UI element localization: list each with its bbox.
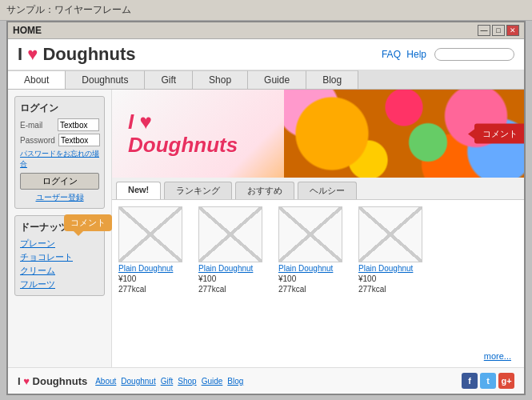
content-area: I ♥ Doughnuts コメント New! ランキング おすすめ ヘルシー <box>112 90 524 367</box>
nav-blog[interactable]: Blog <box>306 70 358 89</box>
product-name-3[interactable]: Plain Doughnut <box>278 264 350 273</box>
googleplus-icon[interactable]: g+ <box>498 373 514 389</box>
login-title: ログイン <box>20 102 99 115</box>
hero-line1: I ♥ <box>128 110 238 134</box>
hero-banner: I ♥ Doughnuts コメント <box>112 90 524 178</box>
product-card-1: Plain Doughnut ¥100 277kcal <box>118 206 190 294</box>
facebook-icon[interactable]: f <box>462 373 478 389</box>
email-field-row: E-mail <box>20 118 99 131</box>
footer-links: About Doughnut Gift Shop Guide Blog <box>95 377 454 386</box>
donut-link-plain[interactable]: プレーン <box>20 238 99 250</box>
sidebar: ログイン E-mail Password パスワードをお忘れの場合 ログイン ユ… <box>8 90 112 367</box>
minimize-button[interactable]: — <box>478 25 490 36</box>
header-links: FAQ Help <box>380 49 428 60</box>
footer-blog[interactable]: Blog <box>227 377 243 386</box>
title-bar: サンプル：ワイヤーフレーム <box>0 0 532 21</box>
window-controls: — □ ✕ <box>478 25 519 36</box>
product-card-3: Plain Doughnut ¥100 277kcal <box>278 206 350 294</box>
product-cal-4: 277kcal <box>358 285 430 294</box>
footer-logo: I ♥ Doughnuts <box>18 375 87 387</box>
browser-window: HOME — □ ✕ I ♥ Doughnuts FAQ Help <box>6 21 526 395</box>
donut-link-choco[interactable]: チョコレート <box>20 251 99 263</box>
search-input[interactable] <box>434 48 514 61</box>
tab-healthy[interactable]: ヘルシー <box>298 182 357 199</box>
comment-tag[interactable]: コメント <box>474 124 524 144</box>
window-title: サンプル：ワイヤーフレーム <box>6 4 131 15</box>
tab-new[interactable]: New! <box>116 182 161 199</box>
product-price-4: ¥100 <box>358 274 430 283</box>
password-field-row: Password <box>20 134 99 146</box>
products-area: Plain Doughnut ¥100 277kcal Plain Doughn… <box>112 200 524 367</box>
nav-guide[interactable]: Guide <box>248 70 306 89</box>
header-right: FAQ Help <box>380 48 514 61</box>
logo-heart: ♥ <box>27 44 38 64</box>
nav-shop[interactable]: Shop <box>193 70 248 89</box>
hero-text: I ♥ Doughnuts <box>128 110 238 156</box>
page-content: I ♥ Doughnuts FAQ Help About Doughnuts G… <box>8 39 524 394</box>
product-cal-2: 277kcal <box>198 285 270 294</box>
site-footer: I ♥ Doughnuts About Doughnut Gift Shop G… <box>8 367 524 394</box>
close-button[interactable]: ✕ <box>506 25 519 36</box>
twitter-icon[interactable]: t <box>480 373 496 389</box>
product-image-1 <box>118 206 182 262</box>
forgot-link[interactable]: パスワードをお忘れの場合 <box>20 149 99 170</box>
footer-about[interactable]: About <box>95 377 116 386</box>
browser-toolbar: HOME — □ ✕ <box>8 22 524 39</box>
product-price-2: ¥100 <box>198 274 270 283</box>
product-name-2[interactable]: Plain Doughnut <box>198 264 270 273</box>
password-input[interactable] <box>58 134 100 146</box>
hero-line2: Doughnuts <box>128 134 238 157</box>
product-price-1: ¥100 <box>118 274 190 283</box>
login-button[interactable]: ログイン <box>20 173 99 190</box>
nav-doughnuts[interactable]: Doughnuts <box>66 70 145 89</box>
products-grid: Plain Doughnut ¥100 277kcal Plain Doughn… <box>118 206 518 348</box>
faq-link[interactable]: FAQ <box>382 49 401 60</box>
password-label: Password <box>20 136 55 145</box>
more-link[interactable]: more... <box>118 351 518 361</box>
browser-toolbar-title: HOME <box>13 25 473 36</box>
product-cal-1: 277kcal <box>118 285 190 294</box>
footer-guide[interactable]: Guide <box>202 377 223 386</box>
register-link[interactable]: ユーザー登録 <box>20 192 99 203</box>
tab-recommended[interactable]: おすすめ <box>235 182 294 199</box>
product-image-3 <box>278 206 342 262</box>
maximize-button[interactable]: □ <box>492 25 505 36</box>
email-label: E-mail <box>20 121 54 130</box>
help-link[interactable]: Help <box>406 49 426 60</box>
login-box: ログイン E-mail Password パスワードをお忘れの場合 ログイン ユ… <box>14 96 105 209</box>
site-header: I ♥ Doughnuts FAQ Help <box>8 39 524 70</box>
email-input[interactable] <box>58 118 99 131</box>
product-card-2: Plain Doughnut ¥100 277kcal <box>198 206 270 294</box>
donut-links: プレーン チョコレート クリーム フルーツ <box>20 238 99 290</box>
sub-nav: New! ランキング おすすめ ヘルシー <box>112 178 524 200</box>
product-cal-3: 277kcal <box>278 285 350 294</box>
footer-heart: ♥ <box>23 375 30 387</box>
nav-about[interactable]: About <box>8 70 66 89</box>
product-card-4: Plain Doughnut ¥100 277kcal <box>358 206 430 294</box>
social-icons: f t g+ <box>462 373 514 389</box>
product-name-1[interactable]: Plain Doughnut <box>118 264 190 273</box>
product-name-4[interactable]: Plain Doughnut <box>358 264 430 273</box>
donuts-section: ドーナッツ コメント プレーン チョコレート クリーム フルーツ <box>14 215 105 296</box>
donut-link-cream[interactable]: クリーム <box>20 265 99 277</box>
footer-gift[interactable]: Gift <box>161 377 174 386</box>
product-image-2 <box>198 206 262 262</box>
tab-ranking[interactable]: ランキング <box>164 182 232 199</box>
product-price-3: ¥100 <box>278 274 350 283</box>
footer-doughnut[interactable]: Doughnut <box>121 377 155 386</box>
comment-bubble: コメント <box>64 214 112 231</box>
product-image-4 <box>358 206 422 262</box>
site-logo: I ♥ Doughnuts <box>18 44 380 65</box>
donut-link-fruit[interactable]: フルーツ <box>20 278 99 290</box>
main-body: ログイン E-mail Password パスワードをお忘れの場合 ログイン ユ… <box>8 90 524 367</box>
footer-shop[interactable]: Shop <box>178 377 196 386</box>
nav-gift[interactable]: Gift <box>145 70 193 89</box>
nav-bar: About Doughnuts Gift Shop Guide Blog <box>8 70 524 90</box>
